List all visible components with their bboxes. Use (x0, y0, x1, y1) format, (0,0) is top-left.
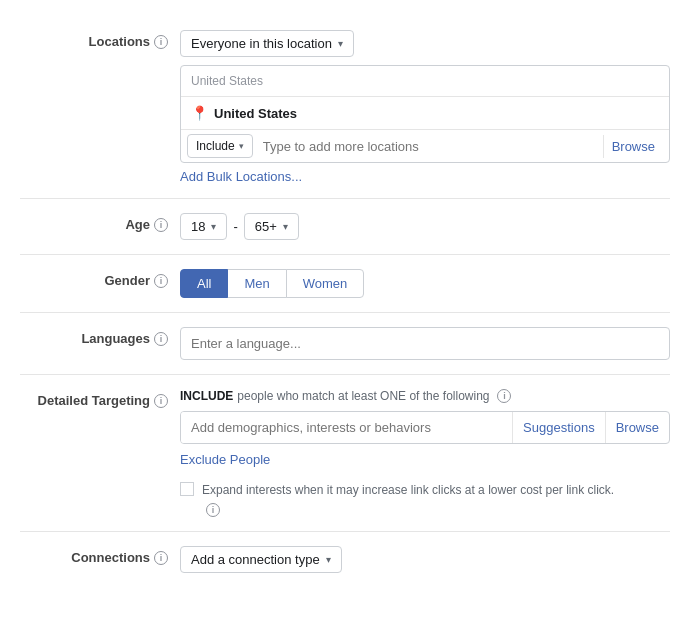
include-dropdown-chevron: ▾ (239, 141, 244, 151)
age-min-chevron: ▾ (211, 221, 216, 232)
location-input-row: Include ▾ Browse (181, 130, 669, 162)
gender-all-button[interactable]: All (180, 269, 228, 298)
locations-control: Everyone in this location ▾ United State… (180, 30, 670, 184)
age-label: Age (125, 217, 150, 232)
gender-info-icon: i (154, 274, 168, 288)
targeting-input-row: Suggestions Browse (180, 411, 670, 444)
gender-label-col: Gender i (20, 269, 180, 288)
age-controls: 18 ▾ - 65+ ▾ (180, 213, 670, 240)
detailed-targeting-control: INCLUDE people who match at least ONE of… (180, 389, 670, 517)
connections-row: Connections i Add a connection type ▾ (20, 532, 670, 587)
detailed-targeting-info-icon: i (154, 394, 168, 408)
connections-info-icon: i (154, 551, 168, 565)
locations-row: Locations i Everyone in this location ▾ … (20, 16, 670, 199)
language-input[interactable] (180, 327, 670, 360)
include-label: Include (196, 139, 235, 153)
age-row: Age i 18 ▾ - 65+ ▾ (20, 199, 670, 255)
expand-info-row: i (202, 503, 614, 517)
gender-controls: All Men Women (180, 269, 670, 298)
age-separator: - (233, 219, 237, 234)
location-box: United States 📍 United States Include ▾ … (180, 65, 670, 163)
locations-type-dropdown[interactable]: Everyone in this location ▾ (180, 30, 354, 57)
languages-control (180, 327, 670, 360)
locations-dropdown-value: Everyone in this location (191, 36, 332, 51)
connections-dropdown-value: Add a connection type (191, 552, 320, 567)
include-type-dropdown[interactable]: Include ▾ (187, 134, 253, 158)
age-label-col: Age i (20, 213, 180, 232)
age-max-dropdown[interactable]: 65+ ▾ (244, 213, 299, 240)
location-box-header: United States (181, 66, 669, 97)
location-search-input[interactable] (259, 135, 603, 158)
connections-control: Add a connection type ▾ (180, 546, 670, 573)
age-max-chevron: ▾ (283, 221, 288, 232)
expand-info-icon: i (206, 503, 220, 517)
languages-label-col: Languages i (20, 327, 180, 346)
age-info-icon: i (154, 218, 168, 232)
languages-row: Languages i (20, 313, 670, 375)
age-min-dropdown[interactable]: 18 ▾ (180, 213, 227, 240)
gender-women-button[interactable]: Women (286, 269, 365, 298)
location-browse-button[interactable]: Browse (603, 135, 663, 158)
location-pin-icon: 📍 (191, 105, 208, 121)
detailed-targeting-description: INCLUDE people who match at least ONE of… (180, 389, 670, 403)
age-min-value: 18 (191, 219, 205, 234)
detailed-targeting-label-col: Detailed Targeting i (20, 389, 180, 408)
detailed-targeting-desc-rest: people who match at least ONE of the fol… (237, 389, 489, 403)
connections-type-dropdown[interactable]: Add a connection type ▾ (180, 546, 342, 573)
locations-label: Locations (89, 34, 150, 49)
location-item: 📍 United States (181, 97, 669, 130)
expand-interests-checkbox[interactable] (180, 482, 194, 496)
targeting-browse-button[interactable]: Browse (605, 412, 669, 443)
languages-info-icon: i (154, 332, 168, 346)
detailed-targeting-label: Detailed Targeting (38, 393, 150, 408)
languages-label: Languages (81, 331, 150, 346)
expand-interests-text: Expand interests when it may increase li… (202, 483, 614, 497)
gender-men-button[interactable]: Men (227, 269, 286, 298)
expand-interests-row: Expand interests when it may increase li… (180, 481, 670, 517)
targeting-suggestions-button[interactable]: Suggestions (512, 412, 605, 443)
gender-button-group: All Men Women (180, 269, 670, 298)
detailed-targeting-desc-info-icon: i (497, 389, 511, 403)
detailed-targeting-row: Detailed Targeting i INCLUDE people who … (20, 375, 670, 532)
gender-label: Gender (104, 273, 150, 288)
connections-dropdown-chevron: ▾ (326, 554, 331, 565)
targeting-search-input[interactable] (181, 412, 512, 443)
locations-dropdown-chevron: ▾ (338, 38, 343, 49)
exclude-people-link[interactable]: Exclude People (180, 452, 270, 467)
detailed-targeting-include-word: INCLUDE (180, 389, 233, 403)
age-max-value: 65+ (255, 219, 277, 234)
connections-label: Connections (71, 550, 150, 565)
add-bulk-locations-link[interactable]: Add Bulk Locations... (180, 169, 302, 184)
gender-row: Gender i All Men Women (20, 255, 670, 313)
connections-label-col: Connections i (20, 546, 180, 565)
locations-info-icon: i (154, 35, 168, 49)
location-name: United States (214, 106, 297, 121)
locations-label-col: Locations i (20, 30, 180, 49)
